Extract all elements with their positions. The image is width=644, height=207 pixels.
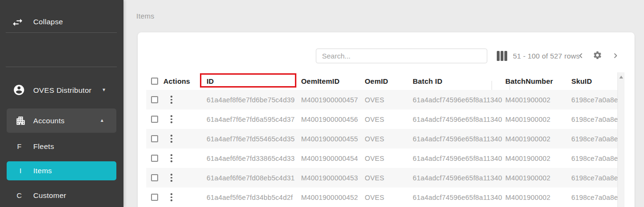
sidebar-item-label: Fleets	[33, 142, 54, 151]
row-checkbox[interactable]	[151, 174, 158, 181]
table-row: 61a4aef6f6e7fd33865c4d33 M4001900000454 …	[146, 148, 617, 168]
cell-oemid: OVES	[364, 194, 412, 201]
cell-batchid: 61a4adcf74596e65f8a11340	[412, 174, 505, 182]
cell-id: 61a4aef6f6e7fd08eb5c4d31	[201, 174, 300, 182]
cell-oemid: OVES	[364, 116, 412, 123]
cell-batchnumber: M4001900002	[505, 155, 568, 162]
cell-batchid: 61a4adcf74596e65f8a11340	[412, 135, 505, 143]
sidebar-divider	[6, 32, 117, 33]
cell-skuid: 6198ce7a0a8e	[568, 194, 617, 201]
sidebar-item-customer[interactable]: C Customer	[0, 191, 123, 207]
next-page-button[interactable]	[611, 51, 620, 60]
cell-oemitemid: M4001900000454	[300, 155, 364, 162]
row-actions-kebab-icon[interactable]	[168, 133, 201, 144]
cell-oemid: OVES	[364, 135, 412, 143]
profile-menu[interactable]: OVES Distributor ▾	[0, 40, 123, 61]
cell-batchid: 61a4adcf74596e65f8a11340	[412, 194, 505, 201]
column-header-batchid[interactable]: Batch ID	[412, 77, 505, 85]
row-checkbox[interactable]	[151, 116, 158, 123]
row-actions-kebab-icon[interactable]	[168, 192, 201, 203]
vertical-scrollbar[interactable]	[617, 72, 625, 207]
row-checkbox[interactable]	[151, 96, 158, 103]
prev-page-button[interactable]	[577, 51, 585, 60]
cell-oemid: OVES	[364, 155, 412, 162]
cell-skuid: 6198ce7a0a8e	[568, 155, 617, 162]
sidebar-item-my-settings[interactable]: My Settings ▾	[0, 82, 123, 102]
sidebar: Collapse OVES Distributor ▾ My Settings …	[0, 0, 123, 207]
select-all-checkbox[interactable]	[151, 78, 158, 85]
items-table-card: 51 - 100 of 527 rows Actions ID OemItemI…	[138, 32, 635, 207]
table-row: 61a4aef7f6e7fd6a595c4d37 M4001900000456 …	[146, 109, 617, 129]
cell-batchid: 61a4adcf74596e65f8a11340	[412, 96, 505, 104]
cell-id: 61a4aef5f6e7fd34bb5c4d2f	[201, 194, 300, 201]
chevron-up-icon: ▴	[101, 117, 104, 123]
row-checkbox[interactable]	[151, 135, 158, 142]
sidebar-item-items[interactable]: I Items	[7, 161, 116, 180]
cell-skuid: 6198ce7a0a8e	[568, 96, 617, 104]
row-actions-kebab-icon[interactable]	[168, 114, 201, 125]
row-checkbox[interactable]	[151, 155, 158, 162]
cell-id: 61a4aef7f6e7fd6a595c4d37	[201, 116, 300, 123]
cell-oemid: OVES	[364, 96, 412, 104]
sidebar-item-label: Items	[33, 167, 52, 175]
column-header-oemitemid[interactable]: OemItemID	[300, 77, 364, 85]
row-actions-kebab-icon[interactable]	[168, 153, 201, 164]
cell-skuid: 6198ce7a0a8e	[568, 135, 617, 143]
pagination-status: 51 - 100 of 527 rows	[513, 49, 580, 63]
cell-id: 61a4aef7f6e7fd55465c4d35	[201, 135, 300, 143]
table-body: 61a4aef8f6e7fd6be75c4d39 M4001900000457 …	[146, 90, 617, 207]
items-letter-icon: I	[19, 167, 21, 175]
sidebar-divider	[6, 67, 117, 67]
cell-batchnumber: M4001900002	[505, 116, 568, 123]
breadcrumb: Items	[136, 12, 154, 20]
cell-oemitemid: M4001900000452	[300, 194, 364, 201]
cell-oemitemid: M4001900000456	[300, 116, 364, 123]
table-row: 61a4aef5f6e7fd34bb5c4d2f M4001900000452 …	[146, 187, 617, 207]
fleets-letter-icon: F	[17, 142, 21, 150]
cell-id: 61a4aef8f6e7fd6be75c4d39	[201, 96, 300, 104]
cell-skuid: 6198ce7a0a8e	[568, 116, 617, 123]
row-actions-kebab-icon[interactable]	[168, 94, 201, 105]
row-actions-kebab-icon[interactable]	[168, 172, 201, 183]
cell-oemitemid: M4001900000457	[300, 96, 364, 104]
cell-batchnumber: M4001900002	[505, 96, 568, 104]
table-row: 61a4aef7f6e7fd55465c4d35 M4001900000455 …	[146, 129, 617, 148]
scroll-up-arrow-icon[interactable]	[619, 76, 623, 79]
cell-batchnumber: M4001900002	[505, 194, 568, 201]
building-icon	[15, 115, 26, 126]
cell-batchid: 61a4adcf74596e65f8a11340	[412, 116, 505, 123]
columns-icon[interactable]	[497, 51, 507, 61]
cell-oemid: OVES	[364, 174, 412, 182]
column-header-id[interactable]: ID	[201, 77, 300, 85]
collapse-button[interactable]: Collapse	[0, 6, 123, 28]
column-header-batchnumber[interactable]: BatchNumber	[505, 77, 568, 85]
sidebar-item-label: Customer	[33, 191, 66, 200]
swap-horizontal-icon	[11, 16, 24, 29]
cell-id: 61a4aef6f6e7fd33865c4d33	[201, 155, 300, 162]
column-header-skuid[interactable]: SkuID	[568, 77, 617, 85]
table-row: 61a4aef8f6e7fd6be75c4d39 M4001900000457 …	[146, 90, 617, 109]
collapse-label: Collapse	[33, 18, 63, 26]
cell-batchid: 61a4adcf74596e65f8a11340	[412, 155, 505, 162]
column-header-oemid[interactable]: OemID	[364, 77, 412, 85]
sidebar-item-fleets[interactable]: F Fleets	[0, 142, 123, 159]
cell-batchnumber: M4001900002	[505, 174, 568, 182]
table-settings-gear-icon[interactable]	[593, 50, 602, 60]
table-row: 61a4aef6f6e7fd08eb5c4d31 M4001900000453 …	[146, 168, 617, 187]
customer-letter-icon: C	[17, 191, 22, 199]
cell-batchnumber: M4001900002	[505, 135, 568, 143]
row-checkbox[interactable]	[151, 194, 158, 201]
column-header-actions[interactable]: Actions	[163, 77, 201, 85]
cell-oemitemid: M4001900000455	[300, 135, 364, 143]
page: Collapse OVES Distributor ▾ My Settings …	[0, 0, 644, 207]
table-header-row: Actions ID OemItemID OemID Batch ID Batc…	[146, 72, 617, 90]
cell-skuid: 6198ce7a0a8e	[568, 174, 617, 182]
search-input[interactable]	[316, 49, 487, 63]
sidebar-item-accounts[interactable]: Accounts ▴	[7, 108, 116, 133]
cell-oemitemid: M4001900000453	[300, 174, 364, 182]
sidebar-item-label: Accounts	[33, 117, 65, 125]
